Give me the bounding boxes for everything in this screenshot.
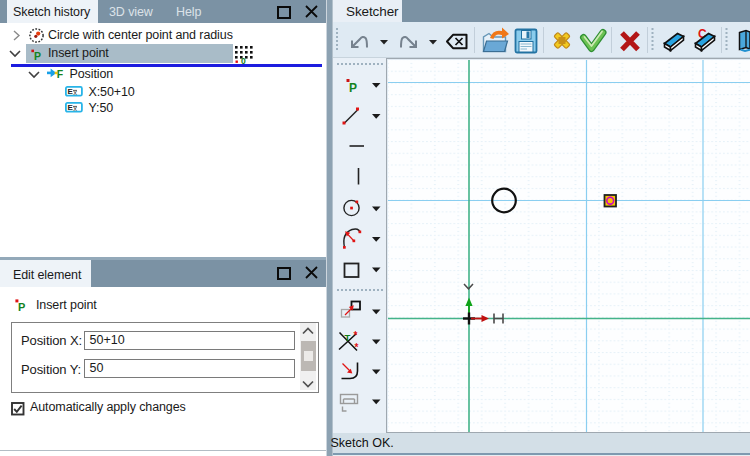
- svg-text:T: T: [345, 332, 351, 343]
- svg-text:*: *: [355, 341, 359, 352]
- svg-text:0: 0: [241, 56, 246, 65]
- svg-text:x: x: [73, 88, 77, 97]
- svg-text:*: *: [354, 329, 358, 340]
- svg-text:P: P: [18, 301, 25, 313]
- svg-text:P: P: [349, 80, 357, 94]
- svg-text:x: x: [73, 104, 77, 113]
- svg-text:F: F: [57, 68, 64, 80]
- svg-text:P: P: [34, 50, 41, 62]
